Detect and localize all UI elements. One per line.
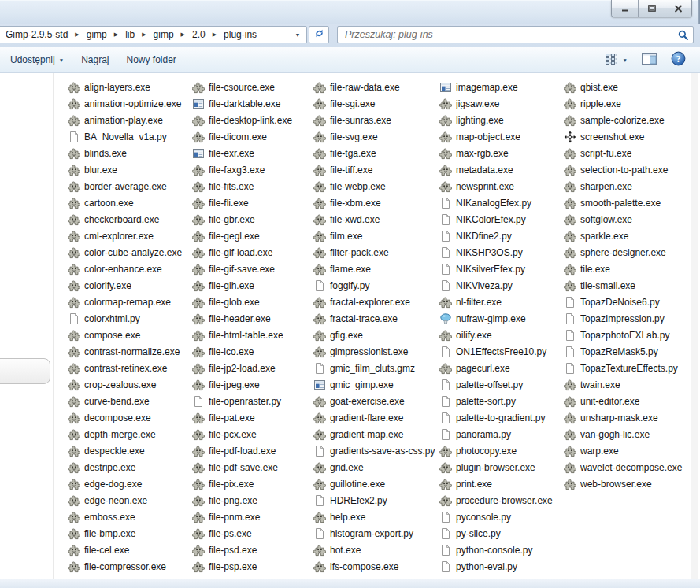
toolbar-button-burn[interactable]: Nagraj (72, 50, 117, 70)
file-item[interactable]: oilify.exe (439, 327, 553, 343)
breadcrumb-segment[interactable]: gimp (152, 28, 176, 42)
file-item[interactable]: gfig.exe (313, 327, 435, 343)
file-item[interactable]: file-ico.exe (192, 343, 292, 360)
breadcrumb-segment[interactable]: plug-ins (222, 28, 258, 42)
preview-pane-button[interactable] (639, 50, 660, 71)
file-item[interactable]: compose.exe (68, 327, 182, 343)
file-item[interactable]: file-openraster.py (192, 393, 292, 409)
file-item[interactable]: TopazReMask5.py (564, 343, 682, 360)
breadcrumb-segment[interactable]: Gimp-2.9.5-std (4, 28, 69, 42)
file-item[interactable]: ifs-compose.exe (313, 558, 435, 575)
file-item[interactable]: file-csource.exe (192, 79, 292, 95)
file-item[interactable]: file-psp.exe (192, 558, 292, 575)
close-button[interactable] (665, 0, 691, 17)
file-item[interactable]: NIKSHP3OS.py (439, 244, 553, 261)
file-item[interactable]: guillotine.exe (313, 475, 435, 492)
file-item[interactable]: web-browser.exe (564, 475, 682, 492)
file-item[interactable]: gmic_gimp.exe (313, 376, 435, 393)
file-item[interactable]: lighting.exe (439, 112, 553, 128)
file-item[interactable]: file-pdf-load.exe (192, 442, 292, 459)
file-item[interactable]: file-pat.exe (192, 409, 292, 426)
file-item[interactable]: file-compressor.exe (68, 558, 182, 575)
file-item[interactable]: fractal-trace.exe (313, 310, 435, 327)
views-button[interactable]: ▼ (601, 50, 631, 72)
file-item[interactable]: grid.exe (313, 459, 435, 475)
file-item[interactable]: python-eval.py (439, 558, 553, 575)
file-item[interactable]: file-bmp.exe (68, 525, 182, 542)
file-item[interactable]: file-svg.exe (313, 128, 435, 145)
file-item[interactable]: palette-sort.py (439, 393, 553, 409)
file-item[interactable]: file-glob.exe (192, 294, 292, 310)
file-item[interactable]: destripe.exe (68, 459, 182, 475)
title-bar[interactable] (0, 0, 700, 24)
breadcrumb-segment[interactable]: gimp (85, 28, 109, 42)
file-item[interactable]: gradient-map.exe (313, 426, 435, 442)
file-item[interactable]: file-webp.exe (313, 178, 435, 194)
file-item[interactable]: plugin-browser.exe (439, 459, 553, 475)
file-item[interactable]: ripple.exe (564, 95, 682, 112)
file-item[interactable]: photocopy.exe (439, 442, 553, 459)
file-item[interactable]: file-darktable.exe (192, 95, 292, 112)
file-item[interactable]: file-dicom.exe (192, 128, 292, 145)
file-item[interactable]: file-gegl.exe (192, 227, 292, 244)
file-item[interactable]: foggify.py (313, 277, 435, 294)
file-item[interactable]: hot.exe (313, 542, 435, 558)
file-item[interactable]: TopazImpression.py (564, 310, 682, 327)
file-item[interactable]: file-ps.exe (192, 525, 292, 542)
file-item[interactable]: contrast-retinex.exe (68, 360, 182, 376)
file-item[interactable]: colorxhtml.py (68, 310, 182, 327)
file-item[interactable]: warp.exe (564, 442, 682, 459)
file-item[interactable]: NIKColorEfex.py (439, 211, 553, 227)
file-item[interactable]: procedure-browser.exe (439, 492, 553, 508)
file-item[interactable]: file-header.exe (192, 310, 292, 327)
file-item[interactable]: TopazphotoFXLab.py (564, 327, 682, 343)
file-item[interactable]: screenshot.exe (564, 128, 682, 145)
toolbar-button-new-folder[interactable]: Nowy folder (118, 50, 185, 70)
file-item[interactable]: curve-bend.exe (68, 393, 182, 409)
file-item[interactable]: file-gif-load.exe (192, 244, 292, 261)
file-item[interactable]: file-pcx.exe (192, 426, 292, 442)
file-item[interactable]: cartoon.exe (68, 194, 182, 211)
file-item[interactable]: gmic_film_cluts.gmz (313, 360, 435, 376)
file-item[interactable]: selection-to-path.exe (564, 161, 682, 178)
file-item[interactable]: pagecurl.exe (439, 360, 553, 376)
file-item[interactable]: blinds.exe (68, 145, 182, 161)
file-item[interactable]: file-jp2-load.exe (192, 360, 292, 376)
file-item[interactable]: nufraw-gimp.exe (439, 310, 553, 327)
file-item[interactable]: wavelet-decompose.exe (564, 459, 682, 475)
file-item[interactable]: edge-dog.exe (68, 475, 182, 492)
file-item[interactable]: map-object.exe (439, 128, 553, 145)
file-item[interactable]: animation-optimize.exe (68, 95, 182, 112)
file-item[interactable]: flame.exe (313, 261, 435, 277)
search-input[interactable] (338, 29, 672, 40)
file-item[interactable]: unit-editor.exe (564, 393, 682, 409)
file-item[interactable]: python-console.py (439, 542, 553, 558)
file-item[interactable]: decompose.exe (68, 409, 182, 426)
file-item[interactable]: TopazDeNoise6.py (564, 294, 682, 310)
maximize-button[interactable] (639, 0, 665, 17)
file-item[interactable]: sphere-designer.exe (564, 244, 682, 261)
file-item[interactable]: tile-small.exe (564, 277, 682, 294)
file-item[interactable]: palette-offset.py (439, 376, 553, 393)
file-item[interactable]: pyconsole.py (439, 508, 553, 525)
file-item[interactable]: file-jpeg.exe (192, 376, 292, 393)
file-item[interactable]: sharpen.exe (564, 178, 682, 194)
file-item[interactable]: contrast-normalize.exe (68, 343, 182, 360)
file-item[interactable]: script-fu.exe (564, 145, 682, 161)
file-item[interactable]: sparkle.exe (564, 227, 682, 244)
file-item[interactable]: align-layers.exe (68, 79, 182, 95)
file-item[interactable]: ON1EffectsFree10.py (439, 343, 553, 360)
file-item[interactable]: cml-explorer.exe (68, 227, 182, 244)
file-item[interactable]: animation-play.exe (68, 112, 182, 128)
file-item[interactable]: file-gbr.exe (192, 211, 292, 227)
file-item[interactable]: file-sgi.exe (313, 95, 435, 112)
file-item[interactable]: van-gogh-lic.exe (564, 426, 682, 442)
file-item[interactable]: goat-exercise.exe (313, 393, 435, 409)
file-item[interactable]: file-cel.exe (68, 542, 182, 558)
file-item[interactable]: fractal-explorer.exe (313, 294, 435, 310)
file-item[interactable]: emboss.exe (68, 508, 182, 525)
file-item[interactable]: file-xwd.exe (313, 211, 435, 227)
file-item[interactable]: border-average.exe (68, 178, 182, 194)
file-item[interactable]: nl-filter.exe (439, 294, 553, 310)
file-item[interactable]: palette-to-gradient.py (439, 409, 553, 426)
